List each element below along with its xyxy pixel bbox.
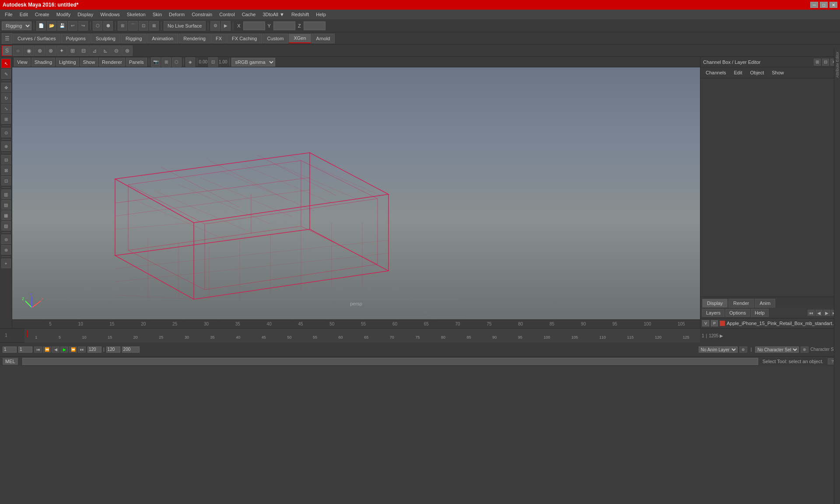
menu-edit[interactable]: Edit <box>17 11 31 18</box>
menu-skin[interactable]: Skin <box>150 11 165 18</box>
colorspace-select[interactable]: sRGB gamma <box>231 58 275 66</box>
y-coord-input[interactable] <box>273 21 295 30</box>
show-menu[interactable]: Show <box>80 58 98 66</box>
timeline-ruler[interactable]: 1510152025303540455055606570758085909510… <box>24 329 700 343</box>
universal-manipulator-btn[interactable]: ⊞ <box>1 114 11 124</box>
panel-btn6[interactable]: ▦ <box>1 210 11 220</box>
shelf-icon-6[interactable]: ⊞ <box>67 46 78 56</box>
menu-display[interactable]: Display <box>74 11 96 18</box>
select-tool-btn[interactable]: ↖ <box>1 59 11 68</box>
more-btn[interactable]: + <box>1 259 11 268</box>
menu-deform[interactable]: Deform <box>166 11 188 18</box>
edit-tab[interactable]: Edit <box>730 69 746 76</box>
shelf-icon-9[interactable]: ⊾ <box>100 46 111 56</box>
menu-help[interactable]: Help <box>313 11 329 18</box>
max-frame-input[interactable] <box>122 346 140 353</box>
display-tab[interactable]: Display <box>702 299 728 308</box>
menu-cache[interactable]: Cache <box>239 11 259 18</box>
channel-pin-icon[interactable]: ⊞ <box>814 59 821 66</box>
panel-btn3[interactable]: ⊡ <box>1 176 11 186</box>
lighting-menu[interactable]: Lighting <box>56 58 79 66</box>
iso-select[interactable]: ◈ <box>186 57 195 67</box>
shelf-tab-rendering[interactable]: Rendering <box>178 34 210 43</box>
view-menu[interactable]: View <box>14 58 31 66</box>
play-forward-btn[interactable]: ▶ <box>60 346 68 353</box>
show-manipulator-btn[interactable]: ⊕ <box>1 141 11 151</box>
shelf-icon-select[interactable]: S <box>2 46 12 56</box>
open-file-button[interactable]: 📂 <box>47 21 56 31</box>
save-file-button[interactable]: 💾 <box>57 21 67 31</box>
shelf-icon-11[interactable]: ⊛ <box>122 46 133 56</box>
shelf-tab-polygons[interactable]: Polygons <box>61 34 90 43</box>
step-back-btn[interactable]: ⏪ <box>43 346 51 353</box>
render-settings[interactable]: ⚙ <box>210 21 220 31</box>
layer-type[interactable]: P <box>711 320 718 326</box>
script-lang-label[interactable]: MEL <box>3 358 18 365</box>
play-back-btn[interactable]: ◀ <box>52 346 60 353</box>
move-tool-btn[interactable]: ✥ <box>1 83 11 92</box>
select-tool[interactable]: ⬡ <box>93 21 102 31</box>
menu-file[interactable]: File <box>2 11 16 18</box>
panel-btn9[interactable]: ⊕ <box>1 245 11 255</box>
char-set-btn[interactable]: ⊕ <box>801 346 808 353</box>
step-forward-btn[interactable]: ⏩ <box>69 346 77 353</box>
channels-tab[interactable]: Channels <box>702 69 729 76</box>
command-input[interactable] <box>22 358 758 365</box>
jump-end-btn[interactable]: ⏭ <box>78 346 86 353</box>
layer-visibility[interactable]: V <box>702 320 709 326</box>
rotate-tool-btn[interactable]: ↻ <box>1 93 11 103</box>
lasso-select[interactable]: ⬢ <box>103 21 113 31</box>
shading-menu[interactable]: Shading <box>32 58 55 66</box>
camera-btn[interactable]: 📷 <box>151 57 161 67</box>
render-tab[interactable]: Render <box>728 299 754 308</box>
shelf-tab-fx[interactable]: FX <box>211 34 227 43</box>
menu-windows[interactable]: Windows <box>97 11 123 18</box>
range-start-input[interactable] <box>3 346 17 353</box>
panel-btn7[interactable]: ▧ <box>1 221 11 231</box>
val-btn[interactable]: ⊡ <box>208 57 218 67</box>
shelf-tab-arnold[interactable]: Arnold <box>312 34 335 43</box>
menu-control[interactable]: Control <box>216 11 238 18</box>
viewport-canvas[interactable]: persp X Z Y <box>12 67 700 319</box>
undo-button[interactable]: ↩ <box>68 21 77 31</box>
soft-mod-btn[interactable]: ⊙ <box>1 128 11 137</box>
layer-rewind-btn[interactable]: ⏮ <box>808 310 815 316</box>
shelf-icon-10[interactable]: ⊝ <box>111 46 122 56</box>
panel-btn5[interactable]: ▤ <box>1 200 11 210</box>
panel-btn2[interactable]: ⊠ <box>1 165 11 175</box>
wireframe-btn[interactable]: ⬡ <box>172 57 182 67</box>
menu-redshift[interactable]: Redshift <box>288 11 312 18</box>
anim-layer-btn[interactable]: ⊕ <box>739 346 747 353</box>
shelf-icon-3[interactable]: ⊕ <box>35 46 45 56</box>
shelf-icon-5[interactable]: ✦ <box>56 46 67 56</box>
x-coord-input[interactable] <box>243 21 265 30</box>
shelf-tab-curves[interactable]: Curves / Surfaces <box>13 34 60 43</box>
anim-tab[interactable]: Anim <box>755 299 775 308</box>
layer-forward-btn[interactable]: ▶ <box>823 310 830 316</box>
shelf-tab-fxcaching[interactable]: FX Caching <box>227 34 262 43</box>
shelf-menu-icon[interactable]: ☰ <box>2 33 12 44</box>
shelf-tab-rigging[interactable]: Rigging <box>121 34 147 43</box>
panels-menu[interactable]: Panels <box>126 58 147 66</box>
shelf-tab-custom[interactable]: Custom <box>262 34 289 43</box>
anim-layer-select[interactable]: No Anim Layer <box>699 346 738 353</box>
scale-tool-btn[interactable]: ⤡ <box>1 104 11 113</box>
renderer-menu[interactable]: Renderer <box>99 58 125 66</box>
shelf-icon-4[interactable]: ⊗ <box>46 46 56 56</box>
layers-menu[interactable]: Layers <box>702 309 724 317</box>
snap-grid[interactable]: ⊞ <box>118 21 127 31</box>
menu-skeleton[interactable]: Skeleton <box>124 11 149 18</box>
shelf-icon-7[interactable]: ⊟ <box>78 46 89 56</box>
menu-constrain[interactable]: Constrain <box>189 11 215 18</box>
object-tab[interactable]: Object <box>746 69 767 76</box>
menu-modify[interactable]: Modify <box>53 11 74 18</box>
channel-float-icon[interactable]: ⊟ <box>822 59 829 66</box>
snap-point[interactable]: ⊡ <box>139 21 148 31</box>
range-end-input[interactable] <box>88 346 102 353</box>
new-file-button[interactable]: 📄 <box>36 21 46 31</box>
current-frame-input[interactable] <box>18 346 32 353</box>
shelf-icon-1[interactable]: ○ <box>13 46 23 56</box>
options-menu[interactable]: Options <box>725 309 750 317</box>
panel-btn8[interactable]: ⊜ <box>1 234 11 244</box>
live-surface-button[interactable]: No Live Surface <box>164 21 206 31</box>
